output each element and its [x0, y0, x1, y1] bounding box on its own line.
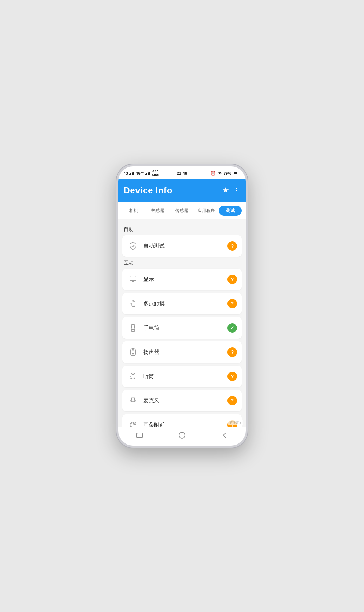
list-item-earpiece[interactable]: 听筒 ?	[122, 366, 242, 387]
microphone-status: ?	[228, 396, 237, 405]
header-icons: ★ ⋮	[222, 186, 240, 195]
microphone-icon	[127, 395, 139, 407]
shield-icon	[127, 240, 139, 252]
bottom-nav	[118, 427, 246, 446]
earpiece-icon	[127, 370, 139, 382]
status-bar-time: 21:48	[177, 171, 187, 176]
tab-apps[interactable]: 应用程序	[195, 206, 218, 216]
svg-rect-24	[137, 433, 142, 438]
section-auto-label: 自动	[124, 226, 240, 233]
section-interactive-label: 互动	[124, 259, 240, 266]
tab-camera[interactable]: 相机	[122, 206, 145, 216]
svg-rect-10	[132, 397, 134, 401]
status-bar-right: ⏰ 79%	[210, 171, 240, 176]
list-item-display[interactable]: 显示 ?	[122, 269, 242, 290]
signal-bars-2	[145, 172, 150, 175]
display-label: 显示	[143, 276, 228, 283]
list-item-microphone[interactable]: 麦克风 ?	[122, 390, 242, 411]
earpiece-status: ?	[228, 372, 237, 381]
network-type-1: 4G	[124, 172, 128, 175]
svg-rect-0	[130, 276, 136, 281]
flashlight-label: 手电筒	[143, 325, 228, 332]
svg-point-25	[179, 432, 185, 438]
list-item-auto-test[interactable]: 自动测试 ?	[122, 235, 242, 257]
svg-point-13	[133, 422, 136, 425]
proximity-label: 耳朵附近	[143, 422, 228, 427]
display-status: ?	[228, 275, 237, 284]
proximity-icon	[127, 419, 139, 427]
battery-percent: 79%	[224, 171, 231, 175]
status-bar: 4G 4GHD 0.10KB/s 21:48 ⏰	[118, 166, 246, 179]
tab-bar: 相机 热感器 传感器 应用程序 测试	[118, 202, 246, 219]
auto-test-status: ?	[228, 241, 237, 251]
phone-shell: 4G 4GHD 0.10KB/s 21:48 ⏰	[116, 164, 248, 448]
list-item-speaker[interactable]: 扬声器 ?	[122, 341, 242, 363]
svg-rect-4	[131, 330, 135, 331]
list-item-proximity[interactable]: 耳朵附近 ?	[122, 414, 242, 427]
watermark: 软件智库	[228, 420, 243, 425]
list-item-flashlight[interactable]: 手电筒 ✓	[122, 317, 242, 339]
tab-test[interactable]: 测试	[219, 206, 242, 216]
nav-back-button[interactable]	[218, 431, 231, 440]
network-type-2: 4GHD	[136, 171, 144, 175]
network-speed: 0.10KB/s	[152, 170, 159, 177]
alarm-icon: ⏰	[210, 171, 216, 176]
app-title: Device Info	[124, 185, 172, 196]
flashlight-icon	[127, 322, 139, 334]
nav-recent-button[interactable]	[133, 431, 146, 440]
earpiece-label: 听筒	[143, 373, 228, 380]
speaker-status: ?	[228, 347, 237, 357]
status-bar-left: 4G 4GHD 0.10KB/s	[124, 170, 159, 177]
svg-point-6	[132, 350, 134, 351]
tab-thermal[interactable]: 热感器	[147, 206, 170, 216]
svg-point-7	[132, 353, 134, 355]
display-icon	[127, 273, 139, 285]
svg-rect-8	[131, 373, 135, 379]
auto-test-label: 自动测试	[143, 243, 228, 250]
speaker-icon	[127, 346, 139, 358]
tab-sensor[interactable]: 传感器	[171, 206, 193, 216]
nav-home-button[interactable]	[176, 431, 188, 440]
multitouch-status: ?	[228, 299, 237, 308]
signal-bars-1	[129, 172, 134, 175]
battery-icon	[233, 172, 240, 175]
content-area: 自动 自动测试 ? 互动 显示	[118, 219, 246, 427]
microphone-label: 麦克风	[143, 397, 228, 404]
multitouch-label: 多点触摸	[143, 300, 228, 307]
star-button[interactable]: ★	[222, 186, 229, 195]
app-header: Device Info ★ ⋮	[118, 179, 246, 202]
wifi-icon	[217, 171, 222, 175]
touch-icon	[127, 298, 139, 310]
speaker-label: 扬声器	[143, 349, 228, 356]
flashlight-status: ✓	[228, 323, 237, 333]
list-item-multitouch[interactable]: 多点触摸 ?	[122, 293, 242, 314]
more-button[interactable]: ⋮	[233, 186, 240, 194]
